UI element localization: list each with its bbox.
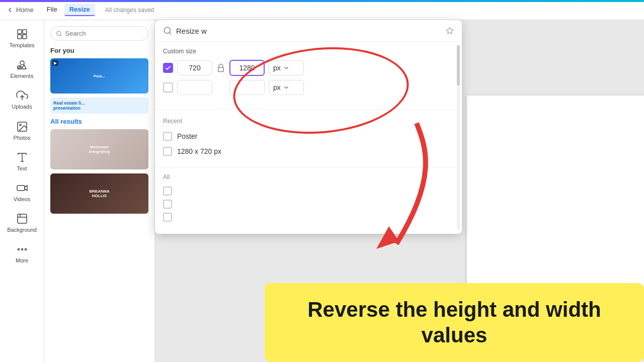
all-checkbox-1[interactable]	[163, 187, 172, 196]
sidebar-item-elements-label: Elements	[11, 73, 34, 79]
svg-rect-1	[23, 30, 27, 34]
sidebar-item-more-label: More	[16, 257, 28, 264]
svg-rect-0	[18, 30, 22, 34]
svg-marker-22	[446, 27, 453, 34]
height-input-2[interactable]	[229, 80, 265, 95]
sidebar-item-uploads[interactable]: Uploads	[2, 85, 42, 114]
unit-selector-1[interactable]: px	[269, 60, 304, 75]
sidebar-item-photos[interactable]: Photos	[2, 117, 42, 145]
thumb-label-4: BREANNAHOLLIS	[88, 187, 112, 200]
recent-section: Recent Poster 644 x 362 px	[155, 114, 462, 163]
canvas-area	[467, 96, 644, 307]
sidebar-item-templates[interactable]: Templates	[2, 24, 42, 53]
search-bar[interactable]	[50, 26, 148, 41]
svg-rect-13	[18, 214, 27, 223]
all-checkbox-2[interactable]	[163, 200, 172, 209]
custom-size-section: Custom size 720 1280	[155, 42, 462, 105]
thumb-mintmade: MintmadeIntegrating	[50, 129, 148, 169]
check-icon	[165, 64, 172, 71]
svg-rect-11	[17, 186, 25, 191]
all-item-2[interactable]	[163, 198, 454, 211]
recent-item-1280[interactable]: 644 x 362 px	[163, 144, 454, 159]
width-input-2[interactable]	[177, 80, 212, 95]
sidebar-item-more[interactable]: More	[2, 239, 42, 268]
nav-resize[interactable]: Resize	[64, 4, 95, 16]
thumb-label-3: MintmadeIntegrating	[87, 143, 112, 156]
panel-search-icon	[163, 26, 172, 35]
thumb-real-estate: Real estate li...presentation	[50, 98, 148, 114]
left-panel: For you ▶ Pala... Real estate li...prese…	[44, 20, 155, 362]
unit-label-1: px	[273, 64, 281, 72]
sidebar-item-text-label: Text	[17, 165, 27, 172]
svg-rect-23	[218, 67, 224, 71]
svg-rect-3	[23, 35, 27, 39]
template-card-1[interactable]: ▶ Pala...	[50, 58, 148, 94]
recent-item-1280-label: 644 x 362 px	[177, 147, 221, 155]
nav-file[interactable]: File	[42, 4, 62, 16]
panel-scrollbar[interactable]	[457, 45, 460, 230]
sidebar-item-background[interactable]: Background	[2, 209, 42, 237]
unit-selector-2[interactable]: px	[269, 80, 304, 95]
lock-icon	[216, 63, 225, 72]
height-input[interactable]: 1280	[229, 60, 265, 76]
recent-title: Recent	[163, 118, 454, 125]
svg-rect-2	[18, 35, 22, 39]
width-input[interactable]: 720	[177, 60, 212, 75]
sidebar-item-background-label: Background	[7, 227, 37, 233]
size-checkbox-2[interactable]	[163, 82, 173, 93]
resize-panel-header	[155, 20, 462, 42]
resize-panel: Custom size 720 1280	[155, 20, 462, 234]
svg-point-20	[164, 27, 170, 33]
chevron-down-icon-2	[283, 84, 290, 91]
thumb-label-1: Pala...	[92, 72, 107, 80]
size-checkbox-1[interactable]	[163, 63, 173, 73]
svg-marker-12	[25, 186, 27, 191]
all-results-label: All results	[50, 118, 148, 125]
thumb-travel: ▶ Pala...	[50, 58, 148, 94]
svg-point-16	[21, 249, 23, 250]
top-nav: File Resize	[42, 4, 95, 16]
template-card-2[interactable]: Real estate li...presentation	[50, 98, 148, 114]
size-row-1: 720 1280 px	[163, 60, 454, 76]
template-card-4[interactable]: BREANNAHOLLIS	[50, 173, 148, 214]
save-status: All changes saved	[105, 7, 154, 14]
main-layout: Templates Elements Uploads Ph	[0, 20, 644, 362]
yellow-tooltip: Reverse the height and width values	[265, 283, 644, 362]
sidebar-item-text[interactable]: Text	[2, 147, 42, 176]
unit-label-2: px	[273, 83, 281, 92]
divider-2	[155, 167, 462, 167]
size-row-2: px	[163, 80, 454, 95]
thumb-breanna: BREANNAHOLLIS	[50, 173, 148, 214]
gradient-bar	[0, 0, 644, 2]
recent-item-poster[interactable]: Poster	[163, 129, 454, 144]
top-bar: Home File Resize All changes saved	[0, 0, 644, 20]
sidebar-item-videos-label: Videos	[14, 196, 30, 203]
template-card-3[interactable]: MintmadeIntegrating	[50, 129, 148, 169]
resize-search-input[interactable]	[176, 27, 442, 35]
recent-checkbox-poster[interactable]	[163, 132, 172, 141]
svg-point-8	[20, 124, 21, 126]
svg-point-18	[57, 31, 61, 35]
sidebar-item-videos[interactable]: Videos	[2, 178, 42, 207]
all-item-1[interactable]	[163, 185, 454, 198]
search-input[interactable]	[65, 30, 143, 37]
sidebar: Templates Elements Uploads Ph	[0, 20, 44, 362]
svg-point-17	[25, 249, 26, 250]
svg-line-19	[60, 35, 61, 36]
scrollbar-thumb	[457, 45, 460, 85]
all-section: All	[155, 171, 462, 226]
svg-point-4	[20, 61, 24, 65]
recent-checkbox-1280[interactable]	[163, 147, 172, 156]
custom-size-title: Custom size	[163, 48, 454, 55]
sidebar-item-elements[interactable]: Elements	[2, 55, 42, 83]
yellow-tooltip-text: Reverse the height and width values	[281, 297, 628, 348]
sidebar-item-templates-label: Templates	[9, 42, 34, 49]
svg-point-15	[18, 249, 19, 250]
back-button[interactable]: Home	[6, 6, 34, 14]
all-item-3[interactable]	[163, 211, 454, 224]
sidebar-item-photos-label: Photos	[13, 135, 30, 141]
scrollbar-track	[457, 45, 460, 230]
sidebar-item-uploads-label: Uploads	[12, 104, 32, 110]
all-title: All	[163, 173, 454, 180]
all-checkbox-3[interactable]	[163, 213, 172, 222]
